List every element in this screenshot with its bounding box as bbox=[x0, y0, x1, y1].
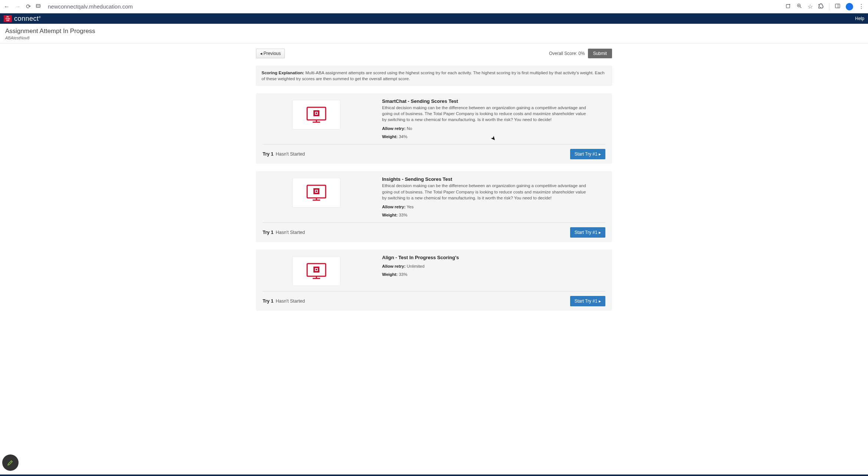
url-area: newconnectqalv.mheducation.com bbox=[35, 2, 781, 11]
brand-text: connect bbox=[14, 15, 39, 22]
browser-chrome: ← → ⟳ newconnectqalv.mheducation.com ☆ ⋮ bbox=[0, 0, 868, 13]
extensions-icon[interactable] bbox=[818, 3, 824, 10]
forward-icon[interactable]: → bbox=[15, 3, 21, 10]
activity-weight: Weight: 33% bbox=[382, 272, 605, 277]
sidepanel-icon[interactable] bbox=[835, 3, 841, 10]
activity-thumbnail bbox=[263, 176, 370, 217]
start-try-button[interactable]: Start Try #1 ▸ bbox=[570, 227, 605, 238]
try-label: Try 1 bbox=[263, 299, 273, 304]
svg-rect-19 bbox=[313, 267, 319, 273]
try-label: Try 1 bbox=[263, 151, 273, 157]
page-title: Assignment Attempt In Progress bbox=[5, 27, 863, 35]
brand-line: Hill bbox=[6, 20, 9, 22]
activity-thumbnail bbox=[263, 98, 370, 139]
zoom-icon[interactable] bbox=[796, 3, 802, 10]
activity-thumbnail bbox=[263, 255, 370, 286]
svg-rect-15 bbox=[313, 188, 319, 194]
profile-avatar[interactable] bbox=[846, 3, 853, 10]
scoring-text: Multi-ABA assignment attempts are scored… bbox=[262, 71, 605, 81]
start-try-button[interactable]: Start Try #1 ▸ bbox=[570, 296, 605, 306]
scoring-label: Scoring Explanation: bbox=[262, 71, 304, 75]
try-row: Try 1 Hasn't Started Start Try #1 ▸ bbox=[263, 222, 605, 242]
activity-retry: Allow retry: No bbox=[382, 126, 605, 131]
scoring-explanation: Scoring Explanation: Multi-ABA assignmen… bbox=[256, 66, 612, 86]
activity-description: Ethical decision making can be the diffe… bbox=[382, 105, 590, 123]
mh-badge-icon: Mc Graw Hill bbox=[4, 15, 12, 22]
activity-card: Align - Test In Progress Scoring's Allow… bbox=[256, 250, 612, 311]
activity-description: Ethical decision making can be the diffe… bbox=[382, 183, 590, 200]
app-bar: Mc Graw Hill connect® Help bbox=[0, 13, 868, 24]
try-row: Try 1 Hasn't Started Start Try #1 ▸ bbox=[263, 144, 605, 164]
star-icon[interactable]: ☆ bbox=[808, 3, 813, 10]
svg-rect-1 bbox=[786, 4, 790, 8]
monitor-box-icon bbox=[305, 105, 328, 124]
reload-icon[interactable]: ⟳ bbox=[26, 3, 31, 10]
previous-button[interactable]: ◂ Previous bbox=[256, 49, 285, 58]
content: ◂ Previous Overall Score: 0% Submit Scor… bbox=[256, 43, 612, 311]
back-icon[interactable]: ← bbox=[4, 3, 10, 10]
page-subheader: Assignment Attempt In Progress ABAtestNo… bbox=[0, 24, 868, 43]
separator bbox=[829, 3, 829, 10]
try-status: Hasn't Started bbox=[276, 230, 305, 235]
browser-right-icons: ☆ ⋮ bbox=[785, 3, 864, 10]
try-row: Try 1 Hasn't Started Start Try #1 ▸ bbox=[263, 291, 605, 311]
browser-nav: ← → ⟳ bbox=[4, 3, 31, 10]
svg-rect-6 bbox=[835, 4, 840, 8]
activity-title: Insights - Sending Scores Test bbox=[382, 176, 605, 182]
site-info-icon[interactable] bbox=[35, 3, 41, 10]
activity-weight: Weight: 34% bbox=[382, 134, 605, 139]
top-row: ◂ Previous Overall Score: 0% Submit bbox=[256, 49, 612, 58]
svg-line-3 bbox=[800, 7, 801, 8]
url-display[interactable]: newconnectqalv.mheducation.com bbox=[45, 2, 781, 11]
try-status: Hasn't Started bbox=[276, 151, 305, 157]
overall-score: Overall Score: 0% bbox=[549, 51, 585, 56]
submit-button[interactable]: Submit bbox=[588, 49, 612, 58]
overall-value: 0% bbox=[578, 51, 585, 56]
start-try-button[interactable]: Start Try #1 ▸ bbox=[570, 149, 605, 159]
svg-rect-11 bbox=[313, 110, 319, 116]
activity-title: SmartChat - Sending Scores Test bbox=[382, 98, 605, 104]
monitor-box-icon bbox=[305, 262, 328, 280]
activity-card: Insights - Sending Scores Test Ethical d… bbox=[256, 171, 612, 242]
activity-weight: Weight: 33% bbox=[382, 213, 605, 217]
overall-label: Overall Score: bbox=[549, 51, 577, 56]
share-icon[interactable] bbox=[785, 3, 791, 10]
activity-retry: Allow retry: Unlimited bbox=[382, 264, 605, 268]
try-label: Try 1 bbox=[263, 230, 273, 235]
monitor-box-icon bbox=[305, 183, 328, 202]
logo[interactable]: Mc Graw Hill connect® bbox=[4, 15, 41, 23]
activity-title: Align - Test In Progress Scoring's bbox=[382, 255, 605, 260]
activity-retry: Allow retry: Yes bbox=[382, 205, 605, 209]
activity-card: SmartChat - Sending Scores Test Ethical … bbox=[256, 93, 612, 164]
try-status: Hasn't Started bbox=[276, 299, 305, 304]
menu-icon[interactable]: ⋮ bbox=[858, 3, 864, 10]
help-link[interactable]: Help bbox=[855, 16, 864, 21]
previous-label: Previous bbox=[263, 51, 281, 56]
connect-wordmark: connect® bbox=[14, 15, 41, 23]
page-subtitle: ABAtestNov8 bbox=[5, 36, 863, 40]
